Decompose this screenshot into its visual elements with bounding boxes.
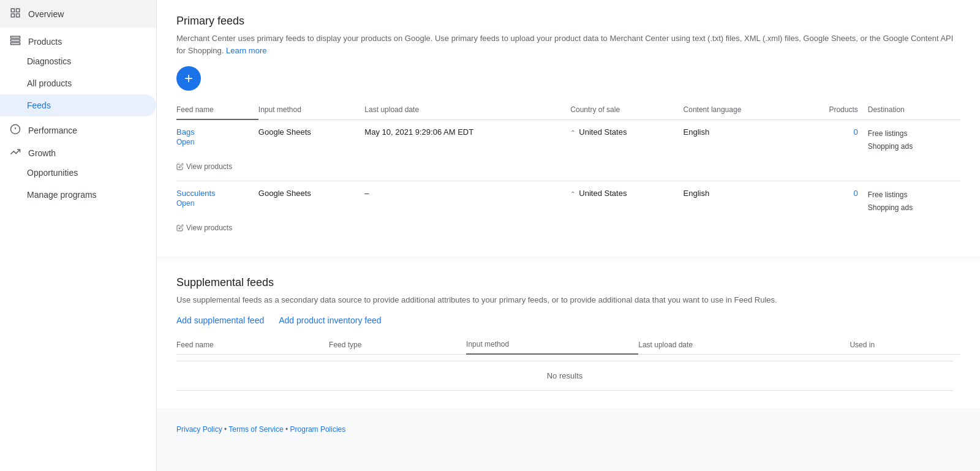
- view-products-link[interactable]: View products: [176, 224, 953, 239]
- performance-icon: [10, 124, 21, 137]
- col-input-method: Input method: [258, 100, 365, 119]
- country-cell: ⌃ United States: [570, 181, 683, 217]
- supp-col-input-method: Input method: [466, 335, 638, 354]
- feed-name-link[interactable]: Bags: [176, 127, 195, 137]
- feed-name-cell: Bags Open: [176, 119, 258, 156]
- svg-rect-0: [11, 9, 14, 12]
- svg-rect-6: [11, 43, 20, 45]
- view-products-row: View products: [176, 217, 960, 242]
- add-primary-feed-button[interactable]: +: [176, 66, 201, 91]
- col-destination: Destination: [868, 100, 960, 119]
- supplemental-feeds-table: Feed name Feed type Input method Last up…: [176, 335, 960, 393]
- col-country: Country of sale: [570, 100, 683, 119]
- sidebar-item-all-products[interactable]: All products: [0, 72, 156, 94]
- separator1: •: [222, 425, 229, 434]
- add-supplemental-feed-link[interactable]: Add supplemental feed: [176, 315, 264, 325]
- learn-more-link[interactable]: Learn more: [226, 46, 266, 55]
- products-count: 0: [854, 189, 858, 198]
- supp-col-used-in: Used in: [850, 335, 960, 354]
- destination-cell: Free listingsShopping ads: [868, 119, 960, 156]
- table-row: Succulents Open Google Sheets – ⌃ United…: [176, 181, 960, 217]
- feed-open-link[interactable]: Open: [176, 138, 251, 146]
- sidebar-products-label: Products: [28, 37, 62, 47]
- supp-col-feed-type: Feed type: [329, 335, 466, 354]
- chevron-up-icon: ⌃: [570, 129, 575, 136]
- supplemental-feeds-desc: Use supplemental feeds as a secondary da…: [176, 294, 960, 306]
- sidebar: Overview Products Diagnostics All produc…: [0, 0, 157, 471]
- col-language: Content language: [684, 100, 799, 119]
- sidebar-item-growth[interactable]: Growth: [0, 139, 156, 162]
- products-cell: 0: [799, 181, 868, 217]
- language-cell: English: [684, 119, 799, 156]
- col-feed-name: Feed name: [176, 100, 258, 119]
- sidebar-item-opportunities[interactable]: Opportunities: [0, 162, 156, 184]
- products-cell: 0: [799, 119, 868, 156]
- supp-col-feed-name: Feed name: [176, 335, 329, 354]
- last-upload-cell: May 10, 2021 9:29:06 AM EDT: [364, 119, 570, 156]
- destination-cell: Free listingsShopping ads: [868, 181, 960, 217]
- overview-icon: [10, 7, 21, 20]
- growth-label: Growth: [28, 148, 56, 158]
- view-products-cell: View products: [176, 156, 960, 181]
- supp-col-last-upload: Last upload date: [638, 335, 850, 354]
- feed-open-link[interactable]: Open: [176, 199, 251, 208]
- view-products-link[interactable]: View products: [176, 162, 953, 178]
- svg-rect-3: [17, 14, 20, 17]
- sidebar-item-overview[interactable]: Overview: [0, 0, 156, 28]
- all-products-label: All products: [27, 78, 72, 88]
- svg-rect-2: [11, 14, 14, 17]
- col-products: Products: [799, 100, 868, 119]
- sidebar-item-diagnostics[interactable]: Diagnostics: [0, 50, 156, 72]
- manage-programs-label: Manage programs: [27, 190, 97, 200]
- edit-icon: [176, 163, 184, 170]
- performance-label: Performance: [28, 126, 77, 135]
- chevron-up-icon: ⌃: [570, 190, 575, 197]
- growth-icon: [10, 146, 21, 159]
- svg-rect-1: [17, 9, 20, 12]
- edit-icon: [176, 224, 184, 232]
- main-content: Primary feeds Merchant Center uses prima…: [157, 0, 980, 471]
- terms-of-service-link[interactable]: Terms of Service: [228, 425, 283, 434]
- footer-links: Privacy Policy • Terms of Service • Prog…: [176, 425, 960, 434]
- diagnostics-label: Diagnostics: [27, 56, 71, 66]
- products-icon: [10, 35, 21, 48]
- primary-feeds-table: Feed name Input method Last upload date …: [176, 100, 960, 242]
- view-products-text: View products: [186, 224, 232, 232]
- footer: Privacy Policy • Terms of Service • Prog…: [157, 413, 980, 446]
- col-last-upload: Last upload date: [364, 100, 570, 119]
- svg-rect-5: [11, 40, 20, 42]
- feed-name-cell: Succulents Open: [176, 181, 258, 217]
- sidebar-item-manage-programs[interactable]: Manage programs: [0, 184, 156, 206]
- feed-name-link[interactable]: Succulents: [176, 189, 216, 198]
- language-cell: English: [684, 181, 799, 217]
- sidebar-item-products[interactable]: Products: [0, 28, 156, 50]
- add-inventory-feed-link[interactable]: Add product inventory feed: [279, 315, 381, 325]
- primary-feeds-section: Primary feeds Merchant Center uses prima…: [157, 0, 980, 257]
- privacy-policy-link[interactable]: Privacy Policy: [176, 425, 222, 434]
- input-method-cell: Google Sheets: [258, 119, 365, 156]
- feeds-label: Feeds: [27, 100, 51, 110]
- country-name: United States: [579, 189, 627, 198]
- program-policies-link[interactable]: Program Policies: [290, 425, 346, 434]
- country-cell: ⌃ United States: [570, 119, 683, 156]
- products-count: 0: [854, 127, 858, 137]
- sidebar-item-performance[interactable]: Performance: [0, 116, 156, 139]
- country-name: United States: [579, 127, 627, 137]
- opportunities-label: Opportunities: [27, 168, 78, 178]
- supplemental-actions: Add supplemental feed Add product invent…: [176, 315, 960, 325]
- last-upload-cell: –: [364, 181, 570, 217]
- primary-feeds-title: Primary feeds: [176, 15, 960, 28]
- input-method-cell: Google Sheets: [258, 181, 365, 217]
- svg-rect-4: [11, 36, 20, 38]
- view-products-row: View products: [176, 156, 960, 181]
- sidebar-item-feeds[interactable]: Feeds: [0, 94, 156, 116]
- table-row: Bags Open Google Sheets May 10, 2021 9:2…: [176, 119, 960, 156]
- view-products-cell: View products: [176, 217, 960, 242]
- primary-feeds-desc: Merchant Center uses primary feeds to di…: [176, 32, 960, 56]
- no-results-message: No results: [176, 361, 953, 391]
- supplemental-feeds-title: Supplemental feeds: [176, 276, 960, 289]
- separator2: •: [284, 425, 290, 434]
- view-products-text: View products: [186, 162, 232, 171]
- supplemental-feeds-section: Supplemental feeds Use supplemental feed…: [157, 262, 980, 409]
- sidebar-overview-label: Overview: [28, 9, 64, 19]
